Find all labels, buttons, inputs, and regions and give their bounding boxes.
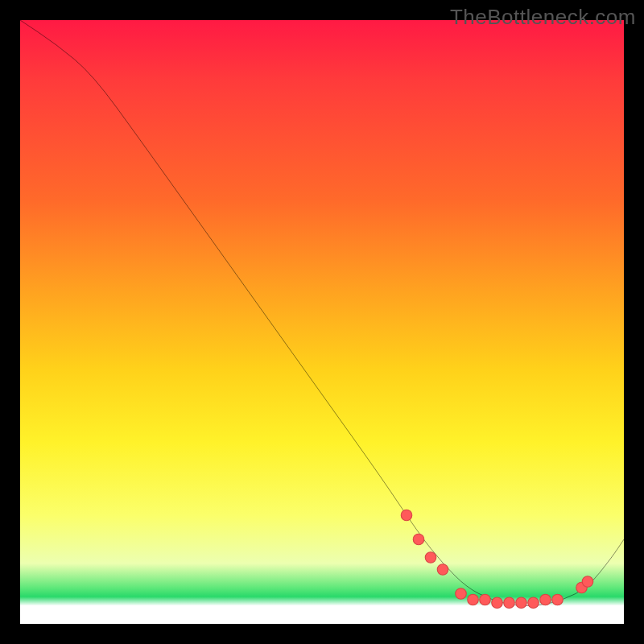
bottleneck-curve (20, 20, 624, 606)
curve-marker (552, 594, 564, 605)
curve-markers (401, 510, 593, 608)
curve-marker (540, 594, 551, 605)
curve-marker (437, 564, 448, 576)
bottleneck-curve-svg (20, 20, 624, 624)
curve-marker (504, 597, 515, 609)
curve-marker (516, 597, 527, 609)
curve-marker (413, 534, 424, 545)
watermark-text: TheBottleneck.com (450, 5, 636, 30)
curve-marker (425, 552, 436, 564)
curve-marker (468, 594, 479, 605)
chart-frame: TheBottleneck.com (0, 0, 644, 644)
curve-marker (456, 588, 467, 600)
curve-marker (480, 594, 491, 605)
curve-marker (492, 597, 503, 609)
curve-marker (582, 576, 593, 588)
curve-marker (401, 510, 412, 521)
plot-area (20, 20, 624, 624)
curve-marker (528, 597, 539, 609)
